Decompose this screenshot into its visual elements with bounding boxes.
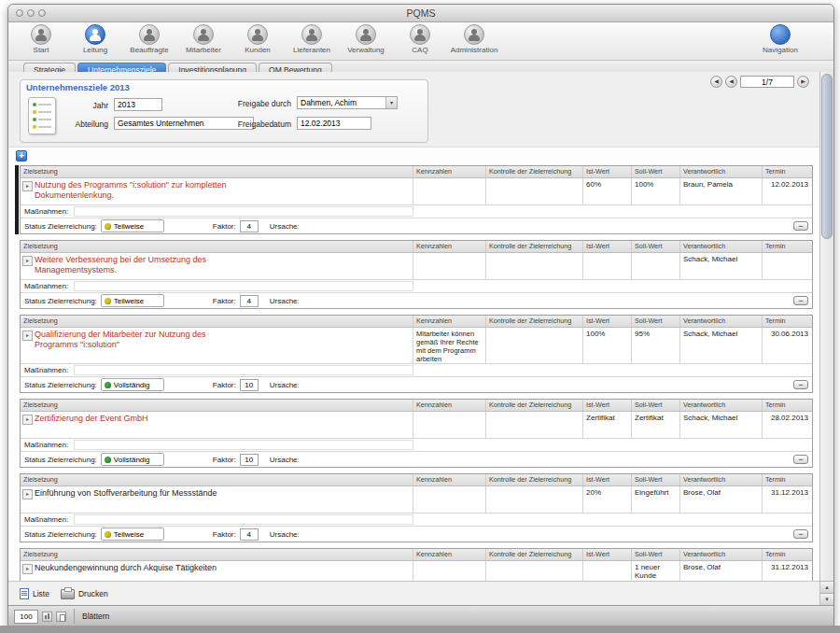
ist-wert-cell[interactable]: 60% [582, 178, 631, 204]
kennzahlen-cell[interactable] [413, 486, 485, 513]
toolbar-item-verwaltung[interactable]: Verwaltung [339, 24, 393, 54]
soll-wert-cell[interactable]: 95% [631, 328, 679, 363]
kontrolle-cell[interactable] [485, 178, 582, 204]
zoom-chart-icon[interactable] [42, 612, 52, 622]
verantwortlich-cell[interactable]: Brose, Olaf [679, 486, 762, 513]
scroll-up-icon[interactable]: ▲ [820, 581, 833, 594]
remove-record-button[interactable]: − [793, 455, 808, 464]
faktor-label: Faktor: [213, 297, 236, 305]
vertical-scrollbar[interactable]: ▲ ▼ [819, 72, 833, 606]
toolbar-item-mitarbeiter[interactable]: Mitarbeiter [176, 24, 231, 54]
expand-arrow-icon[interactable]: ▸ [22, 181, 33, 191]
next-record-button[interactable]: ▶ [797, 76, 809, 88]
toolbar-item-caq[interactable]: CAQ [393, 24, 447, 54]
freigabedatum-field[interactable] [297, 117, 371, 130]
status-dropdown[interactable]: Teilweise [101, 528, 164, 541]
expand-arrow-icon[interactable]: ▸ [22, 331, 33, 341]
kennzahlen-cell[interactable] [413, 178, 485, 204]
massnahmen-label: Maßnahmen: [24, 515, 68, 524]
expand-arrow-icon[interactable]: ▸ [22, 564, 33, 574]
scrollbar-thumb[interactable] [821, 74, 833, 239]
zielsetzung-cell[interactable]: ▸ Einführung von Stoffverarbeitung für M… [21, 486, 413, 513]
previous-record-button[interactable]: ◀ [725, 76, 737, 88]
add-record-button[interactable]: + [16, 150, 27, 162]
toolbar-item-navigation[interactable]: Navigation [753, 24, 807, 54]
soll-wert-cell[interactable]: Eingeführt [631, 486, 679, 513]
kontrolle-cell[interactable] [485, 253, 582, 279]
ist-wert-cell[interactable]: 100% [582, 328, 631, 363]
faktor-field[interactable]: 4 [240, 220, 259, 232]
zielsetzung-cell[interactable]: ▸ Qualifizierung der Mitarbeiter zur Nut… [21, 328, 413, 363]
mitarbeiter-icon [193, 24, 214, 45]
verantwortlich-cell[interactable]: Schack, Michael [679, 412, 762, 438]
zoom-window-icon[interactable] [38, 9, 46, 17]
expand-arrow-icon[interactable]: ▸ [22, 415, 33, 425]
zielsetzung-cell[interactable]: ▸ Zertifizierung der Event GmbH [21, 412, 413, 438]
kennzahlen-cell[interactable]: Mitarbeiter können gemäß Ihrer Rechte mi… [413, 328, 485, 363]
kontrolle-cell[interactable] [485, 486, 582, 513]
faktor-field[interactable]: 4 [240, 528, 259, 541]
mode-selector[interactable]: Blättern [82, 612, 109, 621]
verantwortlich-cell[interactable]: Schack, Michael [679, 328, 762, 363]
zielsetzung-cell[interactable]: ▸ Weitere Verbesserung bei der Umsetzung… [21, 253, 413, 279]
toolbar-item-administration[interactable]: Administration [447, 24, 501, 54]
massnahmen-field[interactable] [74, 206, 413, 217]
termin-cell[interactable]: 12.02.2013 [762, 178, 812, 204]
massnahmen-field[interactable] [74, 514, 413, 525]
soll-wert-cell[interactable] [631, 253, 679, 279]
kennzahlen-cell[interactable] [413, 253, 485, 279]
ist-wert-cell[interactable] [582, 253, 631, 279]
ist-wert-cell[interactable]: 20% [582, 486, 631, 513]
termin-cell[interactable] [762, 253, 812, 279]
soll-wert-cell[interactable]: 100% [631, 178, 679, 204]
status-bar: 100 Blättern [8, 605, 833, 626]
termin-cell[interactable]: 30.06.2013 [762, 328, 812, 363]
kontrolle-cell[interactable] [485, 412, 582, 438]
scroll-down-icon[interactable]: ▼ [820, 593, 833, 606]
zielsetzung-cell[interactable]: ▸ Nutzung des Programms "i:solution" zur… [21, 178, 413, 204]
close-window-icon[interactable] [16, 9, 23, 17]
zoom-level[interactable]: 100 [14, 610, 38, 624]
toolbar-item-start[interactable]: Start [14, 24, 68, 54]
status-dropdown[interactable]: Teilweise [101, 219, 164, 232]
expand-arrow-icon[interactable]: ▸ [22, 489, 33, 499]
toolbar-item-kunden[interactable]: Kunden [231, 24, 285, 54]
kennzahlen-cell[interactable] [413, 412, 485, 438]
massnahmen-field[interactable] [74, 440, 413, 450]
faktor-field[interactable]: 4 [240, 295, 259, 307]
status-dropdown[interactable]: Vollständig [101, 378, 164, 391]
liste-button[interactable]: Liste [20, 588, 49, 599]
remove-record-button[interactable]: − [793, 529, 808, 539]
toolbar-item-beauftragte[interactable]: Beauftragte [122, 24, 176, 54]
status-label: Status Zielerreichung: [24, 381, 97, 389]
jahr-field[interactable] [114, 98, 162, 111]
remove-record-button[interactable]: − [793, 221, 808, 231]
layout-mode-icon[interactable] [56, 612, 66, 622]
faktor-field[interactable]: 10 [240, 379, 259, 391]
toolbar-item-leitung[interactable]: Leitung [68, 24, 122, 54]
expand-arrow-icon[interactable]: ▸ [22, 256, 33, 266]
record-pager: ◀ ◀ ▶ [710, 76, 809, 88]
status-dropdown[interactable]: Vollständig [101, 453, 164, 466]
soll-wert-cell[interactable]: Zertifikat [631, 412, 679, 438]
massnahmen-field[interactable] [74, 365, 413, 375]
status-dropdown[interactable]: Teilweise [101, 294, 164, 307]
first-record-button[interactable]: ◀ [710, 76, 722, 88]
termin-cell[interactable]: 31.12.2013 [762, 486, 812, 513]
freigabe-durch-label: Freigabe durch [220, 99, 291, 108]
desktop-background [0, 626, 840, 633]
record-counter-field[interactable] [740, 76, 794, 88]
freigabe-durch-dropdown[interactable]: Dahmen, Achim ▾ [297, 96, 398, 109]
remove-record-button[interactable]: − [793, 296, 808, 305]
verantwortlich-cell[interactable]: Braun, Pamela [679, 178, 762, 204]
remove-record-button[interactable]: − [793, 380, 808, 389]
drucken-button[interactable]: Drucken [61, 589, 108, 599]
toolbar-item-lieferanten[interactable]: Lieferanten [285, 24, 339, 54]
kontrolle-cell[interactable] [485, 328, 582, 363]
ist-wert-cell[interactable]: Zertifikat [582, 412, 631, 438]
termin-cell[interactable]: 28.02.2013 [762, 412, 812, 438]
minimize-window-icon[interactable] [27, 9, 35, 17]
verantwortlich-cell[interactable]: Schack, Michael [679, 253, 762, 279]
massnahmen-field[interactable] [74, 281, 413, 291]
faktor-field[interactable]: 10 [240, 454, 259, 466]
